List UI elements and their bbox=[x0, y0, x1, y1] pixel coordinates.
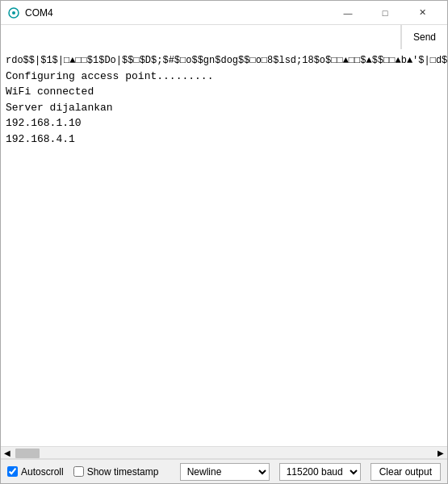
timestamp-group: Show timestamp bbox=[73, 466, 159, 478]
autoscroll-group: Autoscroll bbox=[7, 466, 64, 478]
window-title: COM4 bbox=[25, 7, 329, 19]
main-window: COM4 — □ ✕ Send rdo$$|$1$|□▲□□$1$Do|$$□$… bbox=[0, 0, 448, 484]
console-line-4: 192.168.1.10 bbox=[6, 117, 82, 129]
svg-point-1 bbox=[12, 11, 15, 15]
scrollbar-thumb[interactable] bbox=[15, 449, 40, 458]
autoscroll-label[interactable]: Autoscroll bbox=[21, 466, 64, 478]
send-button[interactable]: Send bbox=[401, 25, 447, 49]
serial-input[interactable] bbox=[1, 25, 401, 49]
console-output: rdo$$|$1$|□▲□□$1$Do|$$□$D$;$#$□o$$gn$dog… bbox=[1, 49, 447, 446]
garbage-line: rdo$$|$1$|□▲□□$1$Do|$$□$D$;$#$□o$$gn$dog… bbox=[6, 55, 447, 66]
footer: Autoscroll Show timestamp No line ending… bbox=[1, 459, 447, 483]
scrollbar-track bbox=[14, 447, 434, 458]
console-line-1: Configuring access point......... bbox=[6, 70, 213, 82]
baud-select[interactable]: 300 baud1200 baud2400 baud4800 baud9600 … bbox=[279, 463, 361, 481]
timestamp-label[interactable]: Show timestamp bbox=[87, 466, 159, 478]
window-controls: — □ ✕ bbox=[329, 1, 441, 25]
console-line-2: WiFi connected bbox=[6, 86, 94, 98]
newline-select[interactable]: No line endingNewlineCarriage returnBoth… bbox=[180, 463, 270, 481]
clear-output-button[interactable]: Clear output bbox=[371, 463, 441, 481]
close-button[interactable]: ✕ bbox=[404, 1, 441, 25]
title-bar: COM4 — □ ✕ bbox=[1, 1, 447, 25]
timestamp-checkbox[interactable] bbox=[73, 466, 84, 477]
scroll-right-button[interactable]: ▶ bbox=[434, 446, 447, 459]
console-line-5: 192.168.4.1 bbox=[6, 133, 75, 145]
input-bar: Send bbox=[1, 25, 447, 49]
console-line-3: Server dijalankan bbox=[6, 102, 113, 114]
scroll-left-button[interactable]: ◀ bbox=[1, 446, 14, 459]
autoscroll-checkbox[interactable] bbox=[7, 466, 18, 477]
horizontal-scrollbar[interactable]: ◀ ▶ bbox=[1, 446, 447, 459]
minimize-button[interactable]: — bbox=[329, 1, 366, 25]
app-icon bbox=[7, 6, 20, 19]
maximize-button[interactable]: □ bbox=[366, 1, 404, 25]
